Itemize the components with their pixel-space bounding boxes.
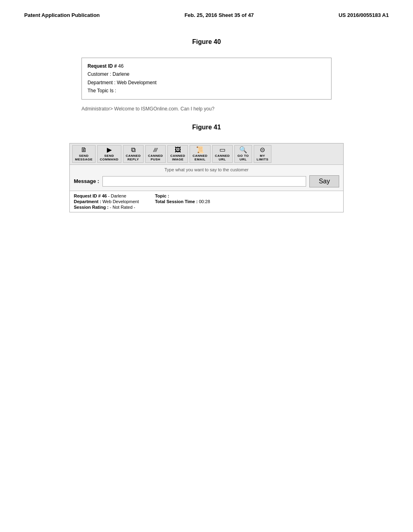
my-limits-button[interactable]: ⊝ MYLIMITS bbox=[254, 145, 271, 163]
request-id-value: 46 bbox=[118, 63, 123, 69]
go-to-url-button[interactable]: 🔍 GO TOURL bbox=[234, 145, 252, 163]
canned-image-button[interactable]: 🖼 CANNEDIMAGE bbox=[167, 145, 188, 163]
customer-value: Darlene bbox=[113, 71, 129, 77]
topic-label: The Topic Is : bbox=[88, 88, 116, 94]
session-department-label: Department : bbox=[74, 199, 101, 204]
request-id-label: Request ID # bbox=[88, 63, 118, 69]
canned-reply-button[interactable]: ⧉ CANNEDREPLY bbox=[123, 145, 144, 163]
canned-image-icon: 🖼 bbox=[175, 147, 181, 153]
session-info: Request ID # 46 - Darlene Department : W… bbox=[70, 191, 343, 212]
session-total-time: Total Session Time : 00:28 bbox=[155, 199, 210, 204]
toolbar: 🗎 SENDMESSAGE ▶ SENDCOMMAND ⧉ CANNEDREPL… bbox=[70, 143, 343, 165]
message-label: Message : bbox=[74, 178, 99, 184]
request-line-4: The Topic Is : bbox=[88, 87, 325, 95]
session-request-id: Request ID # 46 - Darlene bbox=[74, 193, 139, 198]
request-line-1: Request ID # 46 bbox=[88, 62, 325, 70]
header-center: Feb. 25, 2016 Sheet 35 of 47 bbox=[184, 12, 254, 18]
session-department-value: Web Development bbox=[102, 199, 139, 204]
customer-label: Customer : bbox=[88, 71, 113, 77]
session-request-id-label: Request ID # 46 bbox=[74, 193, 107, 198]
page-header: Patent Application Publication Feb. 25, … bbox=[0, 0, 413, 26]
send-command-icon: ▶ bbox=[107, 147, 112, 153]
send-message-icon: 🗎 bbox=[81, 147, 87, 153]
say-button[interactable]: Say bbox=[309, 175, 339, 187]
request-line-3: Department : Web Development bbox=[88, 79, 325, 87]
message-input[interactable] bbox=[102, 176, 307, 187]
figure-40-section: Figure 40 Request ID # 46 Customer : Dar… bbox=[0, 38, 413, 112]
canned-url-button[interactable]: ▭ CANNEDURL bbox=[212, 145, 233, 163]
figure-40-title: Figure 40 bbox=[192, 38, 221, 46]
session-customer: - Darlene bbox=[108, 193, 126, 198]
request-info-box: Request ID # 46 Customer : Darlene Depar… bbox=[81, 58, 332, 100]
figure-41-section: Figure 41 🗎 SENDMESSAGE ▶ SENDCOMMAND ⧉ … bbox=[0, 124, 413, 212]
department-label: Department : bbox=[88, 80, 117, 85]
header-right: US 2016/0055183 A1 bbox=[338, 12, 389, 18]
session-info-right: Topic : Total Session Time : 00:28 bbox=[155, 193, 210, 210]
session-rating-label: Session Rating : bbox=[74, 205, 108, 210]
canned-email-icon: 📜 bbox=[196, 147, 204, 153]
session-info-left: Request ID # 46 - Darlene Department : W… bbox=[74, 193, 139, 210]
department-value: Web Development bbox=[117, 80, 157, 85]
canned-push-button[interactable]: ⫻ CANNEDPUSH bbox=[145, 145, 166, 163]
go-to-url-icon: 🔍 bbox=[239, 147, 247, 153]
request-line-2: Customer : Darlene bbox=[88, 70, 325, 78]
my-limits-icon: ⊝ bbox=[260, 147, 265, 153]
canned-url-icon: ▭ bbox=[219, 147, 225, 153]
send-command-button[interactable]: ▶ SENDCOMMAND bbox=[97, 145, 121, 163]
canned-push-icon: ⫻ bbox=[152, 147, 159, 153]
session-total-time-value: 00:28 bbox=[199, 199, 210, 204]
session-department: Department : Web Development bbox=[74, 199, 139, 204]
session-rating: Session Rating : - Not Rated - bbox=[74, 205, 139, 210]
type-hint: Type what you want to say to the custome… bbox=[70, 165, 343, 174]
send-message-button[interactable]: 🗎 SENDMESSAGE bbox=[72, 145, 96, 163]
chat-panel: 🗎 SENDMESSAGE ▶ SENDCOMMAND ⧉ CANNEDREPL… bbox=[69, 143, 344, 212]
session-topic-label: Topic : bbox=[155, 193, 169, 198]
session-total-time-label: Total Session Time : bbox=[155, 199, 198, 204]
session-rating-value: - Not Rated - bbox=[110, 205, 135, 210]
figure-41-title: Figure 41 bbox=[192, 124, 221, 131]
header-left: Patent Application Publication bbox=[24, 12, 100, 18]
admin-message: Administrator> Welcome to ISMGOnline.com… bbox=[81, 106, 332, 112]
message-row: Message : Say bbox=[70, 174, 343, 191]
canned-email-button[interactable]: 📜 CANNEDEMAIL bbox=[190, 145, 210, 163]
session-topic: Topic : bbox=[155, 193, 210, 198]
canned-reply-icon: ⧉ bbox=[131, 147, 136, 153]
